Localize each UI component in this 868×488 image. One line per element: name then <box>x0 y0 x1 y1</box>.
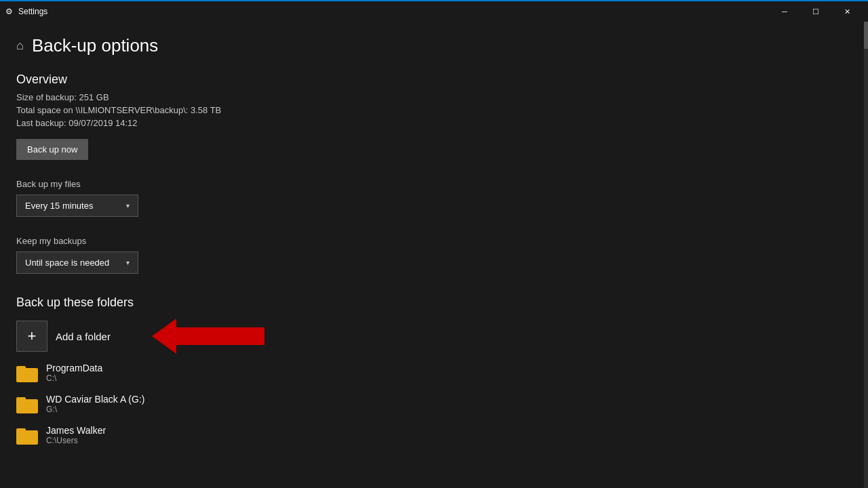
app-icon: ⚙ <box>5 7 13 16</box>
title-bar-left: ⚙ Settings <box>5 7 47 16</box>
svg-rect-5 <box>16 428 26 432</box>
arrow-indicator <box>152 319 264 354</box>
close-button[interactable]: ✕ <box>831 1 863 22</box>
svg-rect-3 <box>16 397 26 401</box>
svg-rect-0 <box>16 368 38 382</box>
folder-icon <box>16 426 38 445</box>
folder-path: C:\Users <box>46 436 106 445</box>
keep-backups-label: Keep my backups <box>16 236 852 246</box>
folder-path: G:\ <box>46 405 144 414</box>
arrow-head <box>152 319 176 354</box>
folders-section: Back up these folders + Add a folder <box>16 296 852 445</box>
total-space: Total space on \\ILMIONTSERVER\backup\: … <box>16 105 852 115</box>
add-folder-row: + Add a folder <box>16 321 852 352</box>
folder-icon <box>16 363 38 382</box>
folders-title: Back up these folders <box>16 296 852 310</box>
app-title: Settings <box>18 7 47 16</box>
page-title: Back-up options <box>32 35 158 56</box>
add-folder-label: Add a folder <box>56 331 111 342</box>
title-bar: ⚙ Settings ─ ☐ ✕ <box>0 0 868 22</box>
keep-backups-selected: Until space is needed <box>25 258 109 268</box>
chevron-down-icon: ▾ <box>126 259 130 266</box>
list-item[interactable]: WD Caviar Black A (G:) G:\ <box>16 394 852 414</box>
minimize-button[interactable]: ─ <box>769 1 800 22</box>
folder-icon <box>16 394 38 413</box>
folder-name: WD Caviar Black A (G:) <box>46 394 144 405</box>
folder-name: ProgramData <box>46 363 102 373</box>
folder-path: C:\ <box>46 373 102 383</box>
list-item[interactable]: James Walker C:\Users <box>16 425 852 445</box>
last-backup: Last backup: 09/07/2019 14:12 <box>16 118 852 128</box>
backup-frequency-dropdown[interactable]: Every 15 minutes ▾ <box>16 195 138 217</box>
title-bar-controls: ─ ☐ ✕ <box>769 1 863 22</box>
svg-rect-4 <box>16 430 38 445</box>
overview-section: Overview Size of backup: 251 GB Total sp… <box>16 73 852 160</box>
backup-frequency-section: Back up my files Every 15 minutes ▾ <box>16 179 852 217</box>
overview-title: Overview <box>16 73 852 87</box>
maximize-button[interactable]: ☐ <box>800 1 831 22</box>
plus-icon: + <box>28 327 37 345</box>
add-folder-button[interactable]: + <box>16 321 47 352</box>
keep-backups-dropdown[interactable]: Until space is needed ▾ <box>16 251 138 274</box>
folder-name: James Walker <box>46 425 106 436</box>
page-header: ⌂ Back-up options <box>16 35 852 56</box>
size-of-backup: Size of backup: 251 GB <box>16 92 852 102</box>
backup-frequency-selected: Every 15 minutes <box>25 201 93 211</box>
home-icon[interactable]: ⌂ <box>16 39 24 53</box>
keep-backups-section: Keep my backups Until space is needed ▾ <box>16 236 852 274</box>
main-content: ⌂ Back-up options Overview Size of backu… <box>0 22 868 488</box>
svg-rect-2 <box>16 399 38 413</box>
scrollbar-thumb[interactable] <box>864 22 868 49</box>
svg-rect-1 <box>16 366 26 370</box>
scrollbar[interactable] <box>864 22 868 488</box>
back-up-now-button[interactable]: Back up now <box>16 139 88 160</box>
backup-frequency-label: Back up my files <box>16 179 852 189</box>
list-item[interactable]: ProgramData C:\ <box>16 363 852 383</box>
chevron-down-icon: ▾ <box>126 202 130 209</box>
arrow-body <box>176 327 264 345</box>
